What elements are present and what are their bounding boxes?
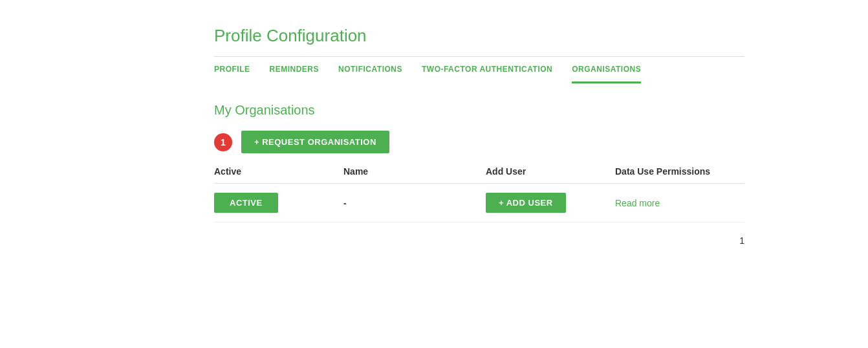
col-permissions-cell[interactable]: Read more [615,198,744,208]
active-button[interactable]: ACTIVE [214,193,278,213]
add-user-button[interactable]: + ADD USER [486,193,566,213]
tab-notifications[interactable]: NOTIFICATIONS [338,65,402,83]
tab-nav: PROFILE REMINDERS NOTIFICATIONS TWO-FACT… [214,57,744,83]
col-header-permissions: Data Use Permissions [615,166,744,177]
badge-count: 1 [214,133,232,151]
tab-profile[interactable]: PROFILE [214,65,250,83]
section-title: My Organisations [214,103,744,118]
col-name-cell: - [343,198,486,208]
tab-reminders[interactable]: REMINDERS [270,65,320,83]
table-header: Active Name Add User Data Use Permission… [214,166,744,184]
col-header-add-user: Add User [486,166,615,177]
col-header-active: Active [214,166,343,177]
tab-two-factor[interactable]: TWO-FACTOR AUTHENTICATION [422,65,552,83]
request-org-button[interactable]: + REQUEST ORGANISATION [241,131,389,153]
page-number: 1 [739,235,744,246]
actions-row: 1 + REQUEST ORGANISATION [214,131,744,153]
tab-organisations[interactable]: ORGANISATIONS [572,65,641,83]
col-active-cell: ACTIVE [214,193,343,213]
page-title: Profile Configuration [214,26,744,46]
col-add-user-cell: + ADD USER [486,193,615,213]
col-header-name: Name [343,166,486,177]
organisations-table: Active Name Add User Data Use Permission… [214,166,744,223]
pagination: 1 [214,235,744,246]
table-row: ACTIVE - + ADD USER Read more [214,184,744,223]
